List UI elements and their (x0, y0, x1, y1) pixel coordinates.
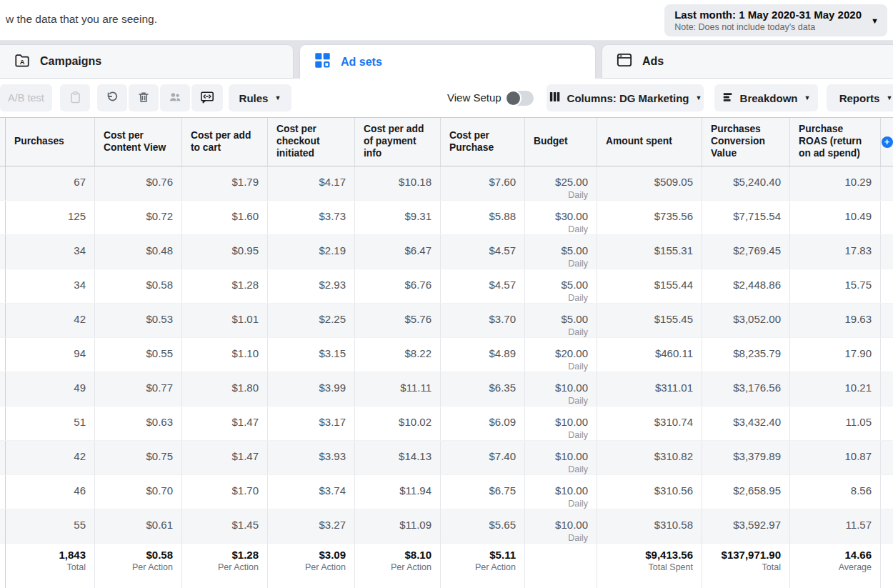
cell-cost_add_to_cart: $1.80 (182, 372, 268, 406)
cell-cost_purchase: $6.35 (441, 372, 525, 406)
embed-code-button[interactable] (191, 84, 223, 111)
cell-cost_add_to_cart: $1.47 (182, 441, 268, 474)
cell-purchases: 94 (6, 338, 95, 372)
cell-amount_spent: $310.82 (597, 441, 702, 474)
duplicate-button[interactable] (60, 84, 90, 111)
cell-budget: $5.00Daily (525, 235, 597, 269)
cell-cost_add_to_cart: $1.28 (182, 269, 268, 303)
budget-period-label: Daily (531, 293, 588, 303)
table-row[interactable]: 67$0.76$1.79$4.17$10.18$7.60$25.00Daily$… (0, 166, 893, 201)
column-header-budget[interactable]: Budget (525, 118, 597, 166)
columns-label: Columns: DG Marketing (567, 92, 689, 104)
tab-campaigns-label: Campaigns (40, 55, 101, 68)
cell-amount_spent: $155.44 (597, 269, 702, 303)
cell-cost_purchase: $7.40 (441, 441, 525, 474)
reports-button[interactable]: Reports ▼ (827, 84, 893, 111)
tab-ad-sets[interactable]: Ad sets (299, 44, 596, 79)
column-header-cost_purchase[interactable]: Cost per Purchase (441, 118, 525, 166)
budget-period-label: Daily (531, 464, 588, 474)
cell-amount_spent: $155.31 (597, 235, 702, 269)
cell-roas: 11.57 (790, 509, 881, 543)
row-end-cell (881, 201, 893, 234)
cell-purchases: 34 (6, 235, 95, 269)
column-header-roas[interactable]: Purchase ROAS (return on ad spend) (790, 118, 881, 166)
cell-amount_spent: $735.56 (597, 201, 702, 234)
cell-conversion_value: $2,448.86 (702, 269, 790, 303)
cell-cost_payment_info: $6.47 (355, 235, 441, 269)
cell-cost_payment_info: $10.02 (355, 407, 441, 440)
cell-amount_spent: $509.05 (597, 166, 702, 200)
table-header-row: PurchasesCost per Content ViewCost per a… (0, 118, 893, 166)
cell-cost_content_view: $0.53 (95, 304, 182, 337)
total-cost_purchase: $5.11Per Action (441, 542, 525, 588)
add-column-icon[interactable]: + (882, 136, 893, 148)
cell-cost_checkout: $2.93 (268, 269, 355, 303)
column-header-cost_checkout[interactable]: Cost per checkout initiated (268, 118, 355, 166)
row-end-cell (881, 269, 893, 303)
table-row[interactable]: 125$0.72$1.60$3.73$9.31$5.88$30.00Daily$… (0, 201, 893, 235)
cell-cost_content_view: $0.75 (95, 441, 182, 474)
table-row[interactable]: 49$0.77$1.80$3.99$11.11$6.35$10.00Daily$… (0, 372, 893, 407)
table-row[interactable]: 34$0.48$0.95$2.19$6.47$4.57$5.00Daily$15… (0, 235, 893, 269)
audience-button[interactable] (160, 84, 190, 111)
cell-conversion_value: $7,715.54 (702, 201, 790, 234)
total-purchases: 1,843Total (6, 542, 95, 588)
ab-test-button[interactable]: A/B test (0, 84, 52, 111)
view-setup-label: View Setup (447, 91, 502, 104)
cell-purchases: 125 (6, 201, 95, 234)
total-cost_payment_info: $8.10Per Action (355, 542, 441, 588)
cell-cost_add_to_cart: $0.95 (182, 235, 268, 269)
audience-icon (168, 90, 182, 106)
cell-cost_purchase: $4.57 (441, 235, 525, 269)
table-row[interactable]: 51$0.63$1.47$3.17$10.02$6.09$10.00Daily$… (0, 407, 893, 441)
column-header-cost_content_view[interactable]: Cost per Content View (95, 118, 182, 166)
cell-amount_spent: $311.01 (597, 372, 702, 406)
column-header-cost_add_to_cart[interactable]: Cost per add to cart (182, 118, 268, 166)
budget-period-label: Daily (531, 259, 588, 269)
cell-cost_payment_info: $5.76 (355, 304, 441, 337)
cell-purchases: 55 (6, 509, 95, 543)
cell-cost_payment_info: $11.94 (355, 475, 441, 509)
cell-purchases: 46 (6, 475, 95, 509)
column-header-cost_payment_info[interactable]: Cost per add of payment info (355, 118, 441, 166)
table-row[interactable]: 94$0.55$1.10$3.15$8.22$4.89$20.00Daily$4… (0, 338, 893, 372)
cell-roas: 10.49 (790, 201, 881, 234)
date-range-picker[interactable]: Last month: 1 May 2020-31 May 2020 Note:… (664, 4, 887, 36)
cell-cost_content_view: $0.61 (95, 509, 182, 543)
table-row[interactable]: 42$0.75$1.47$3.93$14.13$7.40$10.00Daily$… (0, 441, 893, 475)
undo-button[interactable] (97, 84, 127, 111)
total-cost_add_to_cart: $1.28Per Action (182, 542, 268, 588)
column-header-conversion_value[interactable]: Purchases Conversion Value (702, 118, 790, 166)
cell-cost_purchase: $4.57 (441, 269, 525, 303)
cell-conversion_value: $5,240.40 (702, 166, 790, 200)
column-header-amount_spent[interactable]: Amount spent (597, 118, 702, 166)
column-header-purchases[interactable]: Purchases (6, 118, 95, 166)
view-setup-toggle[interactable] (506, 91, 534, 106)
breakdown-button[interactable]: Breakdown ▼ (714, 84, 818, 111)
cell-amount_spent: $310.56 (597, 475, 702, 509)
cell-cost_add_to_cart: $1.01 (182, 304, 268, 337)
budget-period-label: Daily (531, 224, 588, 234)
cell-cost_content_view: $0.48 (95, 235, 182, 269)
delete-button[interactable] (129, 84, 159, 111)
svg-text:A: A (20, 59, 25, 66)
columns-button[interactable]: Columns: DG Marketing ▼ (547, 84, 704, 111)
table-row[interactable]: 46$0.70$1.70$3.74$11.94$6.75$10.00Daily$… (0, 475, 893, 509)
tab-ads-label: Ads (642, 55, 664, 68)
campaigns-folder-icon: A (14, 51, 31, 71)
row-end-cell (881, 407, 893, 440)
tab-campaigns[interactable]: A Campaigns (0, 44, 294, 79)
scroll-sliver (0, 118, 6, 166)
chevron-down-icon: ▼ (871, 16, 879, 25)
budget-period-label: Daily (531, 499, 588, 509)
table-row[interactable]: 34$0.58$1.28$2.93$6.76$4.57$5.00Daily$15… (0, 269, 893, 304)
cell-cost_purchase: $6.09 (441, 407, 525, 440)
table-row[interactable]: 42$0.53$1.01$2.25$5.76$3.70$5.00Daily$15… (0, 304, 893, 338)
rules-button[interactable]: Rules ▼ (229, 84, 291, 111)
tab-ads[interactable]: Ads (602, 44, 893, 79)
cell-roas: 17.90 (790, 338, 881, 372)
cell-cost_add_to_cart: $1.70 (182, 475, 268, 509)
cell-cost_payment_info: $11.09 (355, 509, 441, 543)
table-row[interactable]: 55$0.61$1.45$3.27$11.09$5.65$10.00Daily$… (0, 509, 893, 544)
cell-cost_checkout: $2.19 (268, 235, 355, 269)
